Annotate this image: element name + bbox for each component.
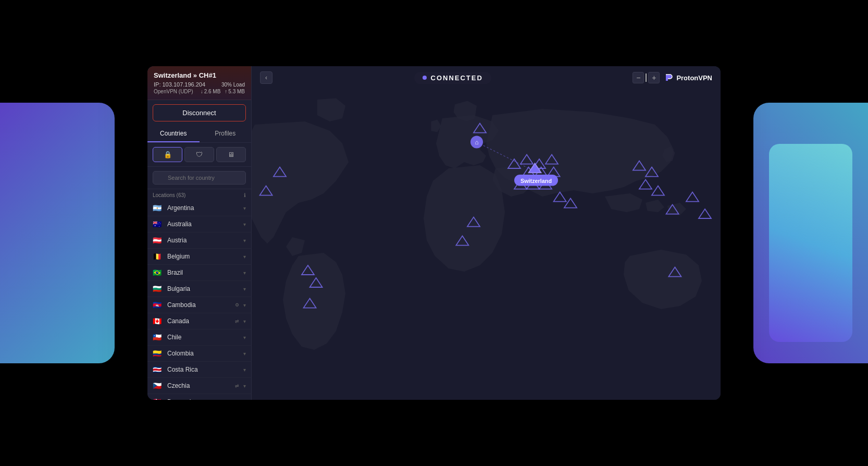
country-name-costa-rica: Costa Rica — [167, 366, 239, 373]
flag-chile: 🇨🇱 — [153, 334, 163, 341]
badge-canada: ⇌ — [235, 318, 239, 324]
country-item-australia[interactable]: 🇦🇺 Australia ▾ — [147, 216, 251, 232]
top-bar: ‹ CONNECTED − + ProtonVPN — [252, 66, 721, 89]
search-input[interactable] — [153, 171, 246, 185]
sidebar-tabs: Countries Profiles — [147, 126, 251, 143]
map-area: ‹ CONNECTED − + ProtonVPN — [252, 66, 721, 400]
server-icon: 🖥 — [228, 151, 234, 158]
country-item-bulgaria[interactable]: 🇧🇬 Bulgaria ▾ — [147, 281, 251, 297]
chevron-austria: ▾ — [243, 238, 246, 243]
svg-marker-21 — [639, 180, 652, 189]
country-name-czechia: Czechia — [167, 382, 231, 389]
country-item-argentina[interactable]: 🇦🇷 Argentina ▾ — [147, 200, 251, 216]
chevron-australia: ▾ — [243, 222, 246, 227]
svg-marker-24 — [686, 192, 699, 202]
chevron-denmark: ▾ — [243, 399, 246, 400]
country-item-cambodia[interactable]: 🇰🇭 Cambodia ⚙ ▾ — [147, 297, 251, 313]
connected-text: CONNECTED — [431, 74, 483, 82]
country-item-brazil[interactable]: 🇧🇷 Brazil ▾ — [147, 265, 251, 281]
country-list[interactable]: 🇦🇷 Argentina ▾ 🇦🇺 Australia ▾ 🇦🇹 Austria… — [147, 200, 251, 400]
zoom-plus-button[interactable]: + — [648, 72, 660, 83]
proton-logo: ProtonVPN — [665, 73, 712, 82]
country-item-austria[interactable]: 🇦🇹 Austria ▾ — [147, 232, 251, 249]
disconnect-button[interactable]: Disconnect — [153, 104, 246, 121]
svg-text:Switzerland: Switzerland — [520, 178, 552, 184]
country-name-belgium: Belgium — [167, 253, 239, 260]
flag-austria: 🇦🇹 — [153, 237, 163, 244]
tab-profiles[interactable]: Profiles — [200, 126, 252, 142]
protocol-text: OpenVPN (UDP) — [154, 89, 193, 94]
flag-brazil: 🇧🇷 — [153, 269, 163, 276]
sidebar: Switzerland » CH#1 IP: 103.107.196.204 3… — [147, 66, 252, 400]
chevron-bulgaria: ▾ — [243, 286, 246, 292]
filter-tor[interactable]: 🖥 — [216, 147, 246, 162]
country-name-canada: Canada — [167, 317, 231, 325]
country-name-denmark: Denmark — [167, 398, 239, 400]
proton-logo-icon — [665, 73, 673, 82]
chevron-canada: ▾ — [243, 318, 246, 324]
country-item-denmark[interactable]: 🇩🇰 Denmark ▾ — [147, 394, 251, 400]
tab-countries[interactable]: Countries — [147, 126, 200, 142]
zoom-bar — [646, 73, 647, 82]
country-name-cambodia: Cambodia — [167, 301, 231, 309]
flag-cambodia: 🇰🇭 — [153, 301, 163, 309]
country-name-bulgaria: Bulgaria — [167, 285, 239, 292]
connection-title-text: Switzerland » CH#1 — [154, 71, 216, 79]
svg-marker-10 — [554, 192, 566, 202]
country-item-chile[interactable]: 🇨🇱 Chile ▾ — [147, 329, 251, 346]
filter-secure-core[interactable]: 🔒 — [153, 147, 182, 162]
flag-colombia: 🇨🇴 — [153, 350, 163, 357]
protocol-row: OpenVPN (UDP) ↓ 2.6 MB ↑ 5.3 MB — [154, 89, 245, 94]
svg-text:⌂: ⌂ — [475, 139, 478, 146]
chevron-colombia: ▾ — [243, 351, 246, 357]
country-name-argentina: Argentina — [167, 204, 239, 212]
flag-costa-rica: 🇨🇷 — [153, 366, 163, 373]
world-map: ⌂ Switzerland — [252, 87, 721, 400]
info-icon: ℹ — [244, 192, 246, 198]
flag-canada: 🇨🇦 — [153, 317, 163, 325]
svg-marker-25 — [699, 209, 711, 218]
badge-czechia: ⇌ — [235, 383, 239, 388]
chevron-czechia: ▾ — [243, 383, 246, 389]
svg-marker-11 — [564, 199, 577, 208]
chevron-belgium: ▾ — [243, 254, 246, 260]
country-item-belgium[interactable]: 🇧🇪 Belgium ▾ — [147, 249, 251, 265]
connection-title: Switzerland » CH#1 — [154, 71, 245, 79]
ip-text: IP: 103.107.196.204 — [154, 81, 205, 88]
lock-icon: 🔒 — [164, 151, 172, 158]
country-name-australia: Australia — [167, 220, 239, 228]
connected-badge: CONNECTED — [414, 72, 491, 84]
download-traffic: ↓ 2.6 MB — [201, 89, 221, 94]
chevron-costa-rica: ▾ — [243, 367, 246, 373]
flag-bulgaria: 🇧🇬 — [153, 285, 163, 292]
locations-count: Locations (63) — [153, 192, 185, 198]
background-left — [0, 103, 115, 363]
country-item-canada[interactable]: 🇨🇦 Canada ⇌ ▾ — [147, 313, 251, 329]
flag-belgium: 🇧🇪 — [153, 253, 163, 260]
badge-cambodia: ⚙ — [235, 302, 239, 308]
svg-marker-22 — [652, 186, 664, 195]
chevron-cambodia: ▾ — [243, 302, 246, 308]
country-item-czechia[interactable]: 🇨🇿 Czechia ⇌ ▾ — [147, 378, 251, 394]
country-item-costa-rica[interactable]: 🇨🇷 Costa Rica ▾ — [147, 362, 251, 378]
upload-traffic: ↑ 5.3 MB — [225, 89, 245, 94]
collapse-button[interactable]: ‹ — [260, 71, 272, 84]
flag-denmark: 🇩🇰 — [153, 398, 163, 400]
chevron-brazil: ▾ — [243, 270, 246, 276]
locations-header: Locations (63) ℹ — [147, 189, 251, 200]
filter-p2p[interactable]: 🛡 — [184, 147, 214, 162]
country-name-brazil: Brazil — [167, 269, 239, 276]
app-window: Switzerland » CH#1 IP: 103.107.196.204 3… — [147, 66, 721, 400]
country-name-chile: Chile — [167, 334, 239, 341]
shield-icon: 🛡 — [196, 151, 203, 158]
country-item-colombia[interactable]: 🇨🇴 Colombia ▾ — [147, 346, 251, 362]
connection-info-row: IP: 103.107.196.204 30% Load — [154, 81, 245, 88]
search-container: 🔍 — [147, 167, 251, 189]
connected-dot — [423, 76, 427, 80]
zoom-minus-button[interactable]: − — [633, 72, 644, 83]
flag-czechia: 🇨🇿 — [153, 382, 163, 389]
country-name-austria: Austria — [167, 237, 239, 244]
chevron-argentina: ▾ — [243, 205, 246, 211]
chevron-chile: ▾ — [243, 335, 246, 340]
flag-australia: 🇦🇺 — [153, 220, 163, 228]
